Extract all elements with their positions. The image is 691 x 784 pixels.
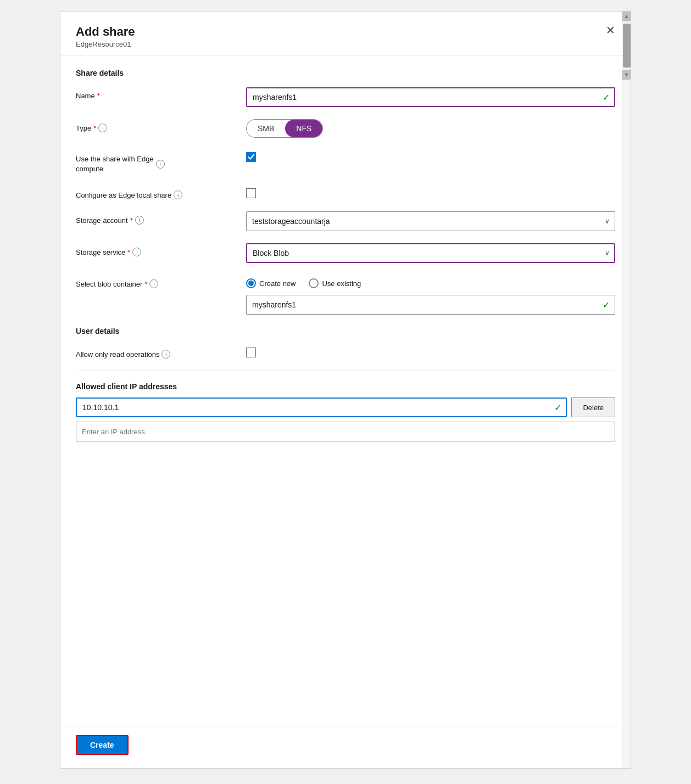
create-new-radio-option[interactable]: Create new [246, 278, 296, 288]
user-details-section-title: User details [76, 327, 615, 335]
blob-container-check-icon: ✓ [603, 300, 610, 310]
storage-account-select[interactable]: teststorageaccountarja [246, 211, 615, 231]
edge-local-control [246, 186, 615, 198]
type-row: Type * i SMB NFS [76, 119, 615, 138]
share-details-section-title: Share details [76, 69, 615, 77]
use-existing-radio-option[interactable]: Use existing [309, 278, 361, 288]
name-input[interactable] [246, 87, 615, 107]
read-only-control [246, 345, 615, 357]
ip-check-icon-1: ✓ [554, 402, 561, 413]
type-control: SMB NFS [246, 119, 615, 138]
name-control: ✓ [246, 87, 615, 107]
storage-service-label: Storage service * i [76, 243, 246, 256]
blob-container-input-area: ✓ [246, 295, 615, 315]
edge-compute-info-icon[interactable]: i [156, 160, 165, 169]
scrollbar-up-button[interactable]: ▲ [622, 12, 631, 21]
edge-local-row: Configure as Edge local share i [76, 186, 615, 199]
ip-input-wrapper-1: ✓ [76, 397, 567, 417]
storage-service-info-icon[interactable]: i [132, 248, 141, 256]
panel-title: Add share [76, 25, 615, 39]
read-only-row: Allow only read operations i [76, 345, 615, 359]
create-new-radio-circle[interactable] [246, 278, 256, 288]
name-input-wrapper: ✓ [246, 87, 615, 107]
storage-account-info-icon[interactable]: i [135, 216, 144, 225]
name-required-star: * [97, 92, 100, 100]
use-existing-radio-circle[interactable] [309, 278, 319, 288]
edge-compute-checkbox[interactable] [246, 152, 256, 162]
scrollbar-down-button[interactable]: ▼ [622, 70, 631, 80]
scrollbar-thumb[interactable] [623, 24, 631, 68]
panel-subtitle: EdgeResource01 [76, 40, 615, 48]
storage-service-required-star: * [127, 248, 130, 256]
delete-button[interactable]: Delete [571, 397, 615, 417]
read-only-checkbox-wrapper [246, 345, 615, 357]
edge-local-info-icon[interactable]: i [174, 191, 182, 199]
ip-input-1[interactable] [76, 397, 567, 417]
add-share-panel: Add share EdgeResource01 ✕ Share details… [60, 11, 631, 769]
read-only-label: Allow only read operations i [76, 345, 246, 359]
type-toggle: SMB NFS [246, 119, 323, 138]
edge-compute-row: Use the share with Edgecompute i [76, 150, 615, 174]
panel-footer: Create [60, 726, 631, 768]
type-required-star: * [93, 124, 96, 132]
name-check-icon: ✓ [603, 92, 610, 103]
allowed-ip-section: Allowed client IP addresses ✓ Delete [76, 382, 615, 441]
blob-container-control: Create new Use existing ✓ [246, 275, 615, 315]
blob-container-input[interactable] [246, 295, 615, 315]
type-smb-button[interactable]: SMB [247, 120, 285, 137]
edge-compute-checkbox-wrapper [246, 150, 615, 162]
storage-account-control: teststorageaccountarja ∨ [246, 211, 615, 231]
read-only-checkbox[interactable] [246, 348, 256, 357]
storage-account-row: Storage account * i teststorageaccountar… [76, 211, 615, 231]
blob-input-wrapper: ✓ [246, 295, 615, 315]
divider [76, 371, 615, 371]
type-info-icon[interactable]: i [98, 124, 107, 132]
ip-row-1: ✓ Delete [76, 397, 615, 417]
scrollbar-track: ▲ ▼ [622, 12, 631, 768]
allowed-ip-title: Allowed client IP addresses [76, 382, 615, 391]
storage-account-dropdown-wrapper: teststorageaccountarja ∨ [246, 211, 615, 231]
blob-container-row: Select blob container * i Create new Use… [76, 275, 615, 315]
storage-service-row: Storage service * i Block Blob ∨ [76, 243, 615, 263]
edge-compute-control [246, 150, 615, 162]
type-label: Type * i [76, 119, 246, 132]
blob-container-required-star: * [144, 280, 147, 288]
checkmark-icon [248, 154, 254, 160]
type-nfs-button[interactable]: NFS [285, 120, 322, 137]
storage-service-dropdown-wrapper: Block Blob ∨ [246, 243, 615, 263]
read-only-info-icon[interactable]: i [161, 350, 170, 359]
name-row: Name * ✓ [76, 87, 615, 107]
storage-account-label: Storage account * i [76, 211, 246, 225]
blob-container-radio-group: Create new Use existing [246, 275, 615, 288]
panel-header: Add share EdgeResource01 ✕ [60, 12, 631, 55]
panel-body: Share details Name * ✓ Type * i [60, 55, 631, 726]
edge-compute-label: Use the share with Edgecompute i [76, 150, 246, 174]
name-label: Name * [76, 87, 246, 100]
use-existing-radio-label: Use existing [322, 279, 361, 288]
ip-input-placeholder[interactable] [76, 422, 615, 441]
blob-container-info-icon[interactable]: i [149, 279, 158, 288]
ip-row-placeholder [76, 422, 615, 441]
storage-service-control: Block Blob ∨ [246, 243, 615, 263]
edge-local-checkbox[interactable] [246, 188, 256, 198]
create-button[interactable]: Create [76, 735, 129, 755]
storage-account-required-star: * [130, 216, 133, 225]
edge-local-checkbox-wrapper [246, 186, 615, 198]
close-button[interactable]: ✕ [601, 23, 620, 38]
blob-container-label: Select blob container * i [76, 275, 246, 288]
storage-service-select[interactable]: Block Blob [246, 243, 615, 263]
create-new-radio-label: Create new [259, 279, 296, 288]
edge-local-label: Configure as Edge local share i [76, 186, 246, 199]
